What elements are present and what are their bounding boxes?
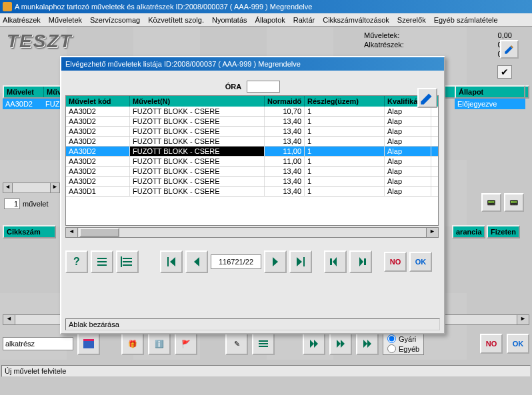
cell: FUZÖTT BLOKK - CSERE: [130, 117, 265, 126]
col-ido[interactable]: Normaidő: [265, 96, 305, 107]
col-reszleg[interactable]: Részleg(üzem): [305, 96, 385, 107]
col-kod[interactable]: Művelet kód: [66, 96, 130, 107]
window-title: A munkalaphoz tartozó műveletek és alkat…: [15, 3, 312, 11]
list-indent-button[interactable]: [91, 250, 113, 273]
cell: Alap: [385, 127, 431, 136]
menu-item[interactable]: Alkatrészek: [3, 16, 41, 24]
alkatresz-input[interactable]: [3, 337, 73, 350]
right-headers: arancia Fizeten: [452, 225, 525, 238]
cell: 13,40: [265, 177, 305, 186]
arrow2-icon[interactable]: [329, 332, 352, 355]
ora-input[interactable]: [247, 81, 280, 93]
cell: AA30D2: [66, 137, 130, 146]
bg-col-allapot[interactable]: Állapot: [455, 85, 525, 99]
list-outdent-button[interactable]: [116, 250, 139, 273]
query-button[interactable]: ?: [65, 250, 88, 273]
muvelet-count-input[interactable]: [4, 198, 20, 209]
cell: Alap: [385, 167, 431, 176]
cell: 1: [305, 147, 385, 156]
cell: AA30D1: [66, 187, 130, 196]
cell: 1: [305, 107, 385, 116]
table-row[interactable]: AA30D2FUZÖTT BLOKK - CSERE13,401Alap: [66, 117, 438, 127]
table-row[interactable]: AA30D2FUZÖTT BLOKK - CSERE11,001Alap: [66, 157, 438, 167]
muvelet-count-label: művelet: [23, 200, 49, 208]
garancia-header[interactable]: arancia: [452, 225, 485, 238]
bg-hscroll[interactable]: [3, 183, 60, 193]
arrow1-icon[interactable]: [303, 332, 325, 355]
table-row[interactable]: AA30D1FUZÖTT BLOKK - CSERE13,401Alap: [66, 187, 438, 197]
radio-gyari[interactable]: Gyári: [387, 334, 419, 343]
bg-allapot-value: Előjegyezve: [455, 99, 525, 109]
next-button[interactable]: [264, 250, 287, 273]
cell: Alap: [385, 157, 431, 166]
dialog-titlebar: Elvégezhető műveletek listája ID:2008/00…: [61, 57, 444, 71]
radio-egyeb-input[interactable]: [387, 344, 396, 353]
window-titlebar: A munkalaphoz tartozó műveletek és alkat…: [0, 0, 532, 13]
cell: FUZÖTT BLOKK - CSERE: [130, 147, 265, 156]
flag-icon[interactable]: 🚩: [175, 332, 197, 355]
arrow3-icon[interactable]: [356, 332, 379, 355]
cell: Alap: [385, 147, 431, 156]
record-position-input[interactable]: [211, 254, 261, 269]
menu-item[interactable]: Szerelők: [397, 16, 426, 24]
cell: AA30D2: [66, 177, 130, 186]
menu-item[interactable]: Nyomtatás: [212, 16, 247, 24]
table-row[interactable]: AA30D2FUZÖTT BLOKK - CSERE13,401Alap: [66, 177, 438, 187]
cikkszam-header[interactable]: Cikkszám: [3, 225, 56, 238]
check-toggle[interactable]: ✔: [497, 65, 512, 79]
dialog-no-button[interactable]: NO: [384, 252, 407, 272]
lines-icon[interactable]: [252, 332, 275, 355]
info-icon[interactable]: ℹ️: [148, 332, 171, 355]
radio-gyari-input[interactable]: [387, 334, 396, 343]
dialog-ok-button[interactable]: OK: [409, 252, 432, 272]
menu-item[interactable]: Cikkszámváltozások: [323, 16, 389, 24]
cell: Alap: [385, 137, 431, 146]
table-row[interactable]: AA30D2FUZÖTT BLOKK - CSERE13,401Alap: [66, 167, 438, 177]
table-row[interactable]: AA30D2FUZÖTT BLOKK - CSERE13,401Alap: [66, 127, 438, 137]
menu-item[interactable]: Műveletek: [49, 16, 82, 24]
main-area: TESZT Műveletek:0,00 Alkatrészek:0,00 0,…: [0, 27, 532, 395]
cell: 1: [305, 157, 385, 166]
grid-body[interactable]: AA30D2FUZÖTT BLOKK - CSERE10,701AlapAA30…: [66, 107, 438, 224]
bg-row[interactable]: AA30D2 FUZ: [3, 99, 63, 109]
move-left-button[interactable]: [324, 250, 347, 273]
cell: 1: [305, 127, 385, 136]
menu-item[interactable]: Közvetített szolg.: [148, 16, 204, 24]
table-row[interactable]: AA30D2FUZÖTT BLOKK - CSERE10,701Alap: [66, 107, 438, 117]
dialog-toolbar: ? NO OK: [65, 248, 440, 275]
last-button[interactable]: [289, 250, 312, 273]
first-button[interactable]: [160, 250, 183, 273]
gift-icon[interactable]: 🎁: [121, 332, 144, 355]
move-right-button[interactable]: [349, 250, 372, 273]
no-button[interactable]: NO: [480, 334, 503, 354]
muvelet-count: művelet: [4, 198, 49, 209]
fizeten-header[interactable]: Fizeten: [487, 225, 520, 238]
ora-label: ÓRA: [225, 83, 241, 91]
table-row[interactable]: AA30D2FUZÖTT BLOKK - CSERE13,401Alap: [66, 137, 438, 147]
menu-item[interactable]: Raktár: [293, 16, 315, 24]
dialog-hscroll[interactable]: [65, 227, 439, 238]
menu-item[interactable]: Szervízcsomag: [90, 16, 140, 24]
prev-button[interactable]: [185, 250, 208, 273]
col-nev[interactable]: Művelet(N): [130, 96, 265, 107]
cell: 11,00: [265, 157, 305, 166]
grid-header: Művelet kód Művelet(N) Normaidő Részleg(…: [66, 96, 438, 107]
cell: AA30D2: [66, 117, 130, 126]
cell: FUZÖTT BLOKK - CSERE: [130, 177, 265, 186]
tool-icon-1[interactable]: 📟: [481, 193, 501, 212]
radio-egyeb[interactable]: Egyéb: [387, 344, 419, 353]
bg-col-muvelet[interactable]: Művelet: [4, 87, 44, 97]
cell: FUZÖTT BLOKK - CSERE: [130, 157, 265, 166]
operations-grid: Művelet kód Művelet(N) Normaidő Részleg(…: [65, 95, 439, 226]
edit-button[interactable]: [500, 40, 519, 59]
book-icon[interactable]: [77, 332, 100, 355]
cell: 1: [305, 167, 385, 176]
ok-button[interactable]: OK: [507, 334, 529, 354]
tool-icon-2[interactable]: 📟: [504, 193, 524, 212]
menu-item[interactable]: Egyéb számlatétele: [434, 16, 498, 24]
edit-doc-icon[interactable]: ✎: [225, 332, 248, 355]
dialog-edit-button[interactable]: [417, 88, 437, 108]
cell: Alap: [385, 187, 431, 196]
table-row[interactable]: AA30D2FUZÖTT BLOKK - CSERE11,001Alap: [66, 147, 438, 157]
menu-item[interactable]: Állapotok: [255, 16, 285, 24]
